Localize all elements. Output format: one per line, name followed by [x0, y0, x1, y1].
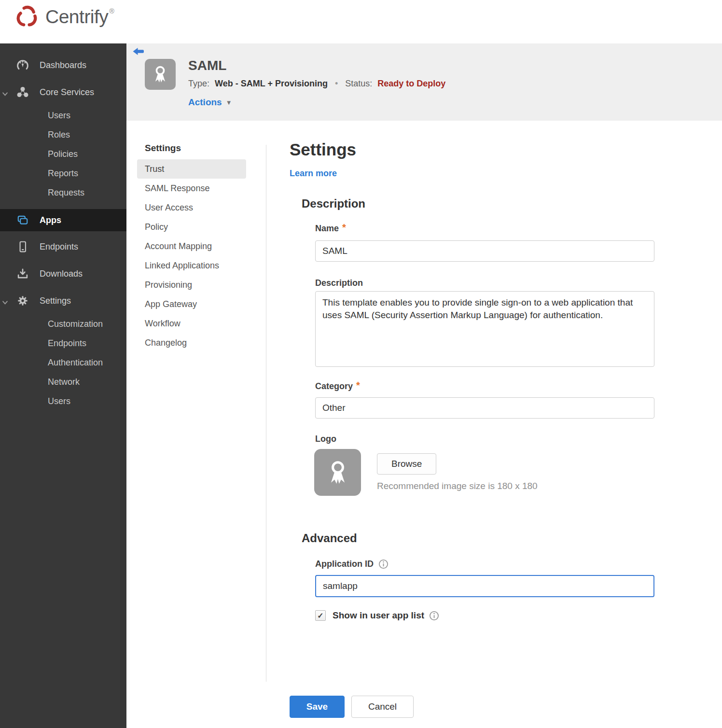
centrify-swirl-icon — [14, 3, 42, 31]
description-field[interactable]: This template enables you to provide sin… — [315, 291, 654, 367]
cancel-button[interactable]: Cancel — [351, 696, 414, 718]
sidebar-item-label: Downloads — [40, 269, 83, 279]
subnav-title: Settings — [137, 143, 246, 159]
actions-button[interactable]: Actions ▼ — [188, 97, 232, 108]
chevron-down-icon[interactable] — [2, 298, 8, 308]
subnav-item-linked-applications[interactable]: Linked Applications — [137, 256, 246, 275]
sidebar-item-downloads[interactable]: Downloads — [0, 263, 126, 284]
application-id-field[interactable] — [315, 575, 654, 597]
sidebar-item-settings[interactable]: Settings — [0, 290, 126, 311]
description-label: Description — [315, 278, 363, 288]
subnav-item-trust[interactable]: Trust — [137, 159, 246, 179]
settings-subnav: Settings Trust SAML Response User Access… — [137, 143, 246, 352]
ribbon-icon — [324, 459, 352, 487]
download-icon — [16, 267, 29, 280]
advanced-section-title: Advanced — [302, 532, 357, 545]
subnav-item-provisioning[interactable]: Provisioning — [137, 275, 246, 294]
top-bar: Centrify ® — [0, 0, 722, 43]
sidebar-item-network[interactable]: Network — [0, 372, 126, 392]
chevron-down-icon: ▼ — [226, 99, 232, 106]
sidebar-item-label: Settings — [40, 296, 71, 306]
gear-icon — [16, 294, 29, 307]
sidebar-item-label: Apps — [40, 215, 61, 225]
description-section-title: Description — [302, 197, 365, 210]
sidebar-item-settings-users[interactable]: Users — [0, 392, 126, 411]
info-icon[interactable] — [429, 611, 439, 621]
apps-icon — [16, 214, 29, 226]
learn-more-link[interactable]: Learn more — [290, 168, 337, 179]
app-header: SAML Type: Web - SAML + Provisioning • S… — [126, 43, 722, 121]
logo-preview — [314, 449, 361, 496]
name-label: Name * — [315, 224, 346, 235]
gauge-icon — [16, 59, 29, 71]
actions-label: Actions — [188, 97, 222, 108]
status-badge: Ready to Deploy — [377, 79, 445, 88]
sidebar-item-reports[interactable]: Reports — [0, 164, 126, 183]
page: Centrify ® Dashboards — [0, 0, 722, 728]
category-field[interactable] — [315, 397, 654, 419]
type-label: Type: — [188, 79, 209, 88]
required-asterisk: * — [342, 222, 346, 233]
show-in-user-app-list-row: ✓ Show in user app list — [315, 610, 439, 621]
logo-label: Logo — [315, 434, 336, 444]
content-title: Settings — [290, 140, 356, 159]
status-label: Status: — [345, 79, 372, 88]
subnav-item-saml-response[interactable]: SAML Response — [137, 179, 246, 198]
brand-name: Centrify — [45, 6, 108, 28]
subnav-item-workflow[interactable]: Workflow — [137, 314, 246, 333]
browse-button[interactable]: Browse — [377, 453, 436, 475]
vertical-divider — [266, 145, 266, 682]
sidebar-item-settings-endpoints[interactable]: Endpoints — [0, 334, 126, 353]
page-title: SAML — [188, 58, 226, 73]
sidebar-item-label: Core Services — [40, 87, 94, 98]
sidebar-item-policies[interactable]: Policies — [0, 144, 126, 164]
app-logo-thumbnail — [145, 59, 176, 90]
application-id-label: Application ID — [315, 559, 389, 569]
sidebar-item-customization[interactable]: Customization — [0, 314, 126, 334]
check-icon: ✓ — [317, 611, 323, 620]
subnav-item-account-mapping[interactable]: Account Mapping — [137, 237, 246, 256]
type-value: Web - SAML + Provisioning — [215, 79, 328, 88]
sidebar-item-label: Dashboards — [40, 60, 86, 70]
subnav-item-user-access[interactable]: User Access — [137, 198, 246, 217]
sidebar-item-dashboards[interactable]: Dashboards — [0, 55, 126, 76]
name-field[interactable] — [315, 240, 654, 262]
phone-icon — [16, 240, 29, 253]
info-icon[interactable] — [378, 559, 389, 569]
required-asterisk: * — [356, 380, 360, 391]
save-button[interactable]: Save — [290, 696, 345, 718]
separator-dot: • — [335, 79, 338, 88]
registered-mark: ® — [109, 7, 114, 15]
subnav-item-policy[interactable]: Policy — [137, 217, 246, 237]
sidebar-item-authentication[interactable]: Authentication — [0, 353, 126, 372]
sidebar-item-core-services[interactable]: Core Services — [0, 82, 126, 103]
sidebar-item-users[interactable]: Users — [0, 106, 126, 125]
app-meta: Type: Web - SAML + Provisioning • Status… — [188, 79, 445, 89]
subnav-item-app-gateway[interactable]: App Gateway — [137, 294, 246, 314]
recommended-size-text: Recommended image size is 180 x 180 — [377, 481, 538, 491]
chevron-down-icon[interactable] — [2, 89, 8, 99]
core-services-icon — [16, 86, 29, 98]
category-label: Category * — [315, 381, 360, 392]
show-in-user-app-list-checkbox[interactable]: ✓ — [315, 610, 326, 621]
brand-logo: Centrify ® — [14, 3, 114, 31]
sidebar-item-endpoints[interactable]: Endpoints — [0, 236, 126, 257]
subnav-item-changelog[interactable]: Changelog — [137, 333, 246, 352]
sidebar-item-apps[interactable]: Apps — [0, 209, 126, 231]
sidebar-item-label: Endpoints — [40, 242, 78, 252]
sidebar-item-roles[interactable]: Roles — [0, 125, 126, 144]
sidebar-item-requests[interactable]: Requests — [0, 183, 126, 202]
show-in-user-app-list-label: Show in user app list — [333, 610, 424, 621]
sidebar: Dashboards Core Services Users — [0, 43, 126, 728]
ribbon-icon — [150, 64, 170, 84]
back-icon[interactable] — [133, 47, 144, 56]
